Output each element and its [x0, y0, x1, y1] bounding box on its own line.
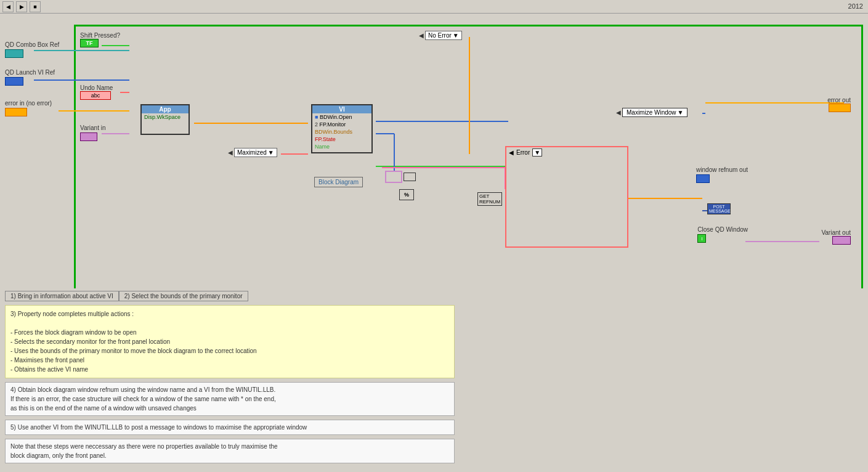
- annotation-tab-2[interactable]: 2) Select the bounds of the primary moni…: [119, 291, 248, 301]
- error-in-node: error in (no error): [5, 100, 52, 116]
- window-refnum-out-node: window refnum out: [696, 166, 748, 183]
- note-line2: block diagram, only the front panel.: [10, 451, 449, 460]
- error-case-label: Error: [516, 149, 530, 156]
- qd-launch-label: QD Launch VI Ref: [5, 69, 55, 76]
- box3-item-3: - Uses the bounds of the primary monitor…: [10, 346, 449, 356]
- annotation-boxes: 3) Property node completes multiple acti…: [5, 305, 863, 463]
- variant-out-connector: [832, 236, 851, 245]
- toolbar-btn-fwd[interactable]: ▶: [16, 1, 27, 12]
- box3-item-5: - Obtains the active VI name: [10, 365, 449, 374]
- box3-item-4: - Maximises the front panel: [10, 356, 449, 365]
- undo-name-label: Undo Name: [80, 84, 113, 91]
- variant-in-node: Variant in: [80, 124, 106, 141]
- no-error-chevron: ▼: [453, 32, 459, 39]
- small-node-2: [404, 173, 416, 181]
- toolbar: ◀ ▶ ■: [0, 0, 868, 14]
- window-refnum-label: window refnum out: [696, 166, 748, 173]
- box4-line2: If there is an error, the case structure…: [10, 394, 449, 404]
- maximized-dropdown[interactable]: ◀ Maximized ▼: [228, 148, 277, 157]
- qd-launch-vi-ref: QD Launch VI Ref: [5, 69, 55, 86]
- box3-title: 3) Property node completes multiple acti…: [10, 309, 449, 319]
- window-refnum-connector: [696, 174, 710, 183]
- annotation-box-note: Note that these steps were neccessary as…: [5, 439, 455, 463]
- error-case-dropdown[interactable]: ▼: [532, 149, 542, 157]
- app-node-title: App: [142, 105, 189, 113]
- shift-pressed-label: Shift Pressed?: [80, 32, 120, 39]
- annotation-box-3: 3) Property node completes multiple acti…: [5, 305, 455, 378]
- maximize-window-chevron: ▼: [678, 109, 684, 116]
- qd-combo-connector: [5, 49, 23, 58]
- annotation-tab-1[interactable]: 1) Bring in information about active VI: [5, 291, 119, 301]
- error-out-node: error out: [827, 97, 851, 112]
- vi-port-name: Name: [312, 143, 371, 150]
- error-in-label: error in (no error): [5, 100, 52, 107]
- variant-out-label: Variant out: [821, 229, 851, 236]
- percent-node-1: %: [399, 189, 414, 200]
- annotations-area: 1) Bring in information about active VI …: [0, 288, 868, 466]
- error-in-connector: [5, 108, 27, 116]
- vi-node[interactable]: VI ■ BDWin.Open 2 FP.Monitor BDWin.Bound…: [311, 104, 373, 153]
- no-error-arrow: ◀: [419, 32, 424, 39]
- small-node-1: [385, 171, 402, 183]
- box5-text: 5) Use another VI from the WINUTIL.LLB t…: [10, 423, 449, 432]
- maximize-window-node[interactable]: ◀ Maximize Window ▼: [616, 108, 688, 117]
- box4-line3: as this is on the end of the name of a w…: [10, 404, 449, 413]
- no-error-dropdown[interactable]: ◀ No Error ▼: [419, 31, 462, 40]
- undo-name-node: Undo Name abc: [80, 84, 113, 100]
- error-out-label: error out: [827, 97, 851, 104]
- error-case-title: ◀ Error ▼: [506, 147, 627, 158]
- maximized-chevron: ▼: [268, 149, 274, 156]
- toolbar-btn-back[interactable]: ◀: [2, 1, 14, 12]
- error-case-structure: ◀ Error ▼: [505, 146, 628, 248]
- annotation-tabs: 1) Bring in information about active VI …: [5, 291, 863, 301]
- post-message-node: POSTMESSAGE: [707, 203, 731, 214]
- maximize-window-label: Maximize Window: [627, 109, 676, 116]
- qd-launch-connector: [5, 77, 23, 86]
- variant-out-node: Variant out: [821, 229, 851, 245]
- vi-port-fp-monitor: 2 FP.Monitor: [312, 121, 371, 128]
- close-qd-window-node: Close QD Window I: [697, 226, 748, 243]
- vi-node-title: VI: [312, 105, 371, 113]
- close-qd-label: Close QD Window: [697, 226, 748, 233]
- annotation-box-4: 4) Obtain block diagram window refnum us…: [5, 382, 455, 416]
- tf-box: TF: [80, 39, 99, 47]
- block-diagram-label: Block Diagram: [314, 177, 363, 187]
- maximized-arrow: ◀: [228, 149, 233, 156]
- get-node-1: GETREFNUM: [477, 192, 502, 206]
- box3-item-2: - Selects the secondary monitor for the …: [10, 337, 449, 346]
- close-qd-connector: I: [697, 234, 706, 243]
- variant-in-connector: [80, 132, 97, 141]
- box3-item-1: - Forces the block diagram window to be …: [10, 328, 449, 337]
- undo-name-connector: abc: [80, 91, 111, 100]
- year-label: 2012: [848, 2, 863, 10]
- box4-line1: 4) Obtain block diagram window refnum us…: [10, 385, 449, 394]
- error-case-arrow: ◀: [509, 149, 514, 156]
- diagram-area: QD Combo Box Ref QD Launch VI Ref error …: [0, 14, 868, 297]
- toolbar-btn-stop[interactable]: ■: [30, 1, 41, 12]
- variant-in-label: Variant in: [80, 124, 106, 131]
- maximized-label: Maximized: [237, 149, 267, 156]
- qd-combo-label: QD Combo Box Ref: [5, 41, 59, 48]
- qd-combo-box-ref: QD Combo Box Ref: [5, 41, 59, 58]
- vi-port-bdwin-open: ■ BDWin.Open: [312, 113, 371, 121]
- outer-frame: [74, 25, 863, 294]
- app-node-port: Disp.WkSpace: [142, 113, 189, 121]
- app-node[interactable]: App Disp.WkSpace: [140, 104, 190, 135]
- maximize-window-arrow: ◀: [616, 109, 621, 116]
- maximize-window-btn[interactable]: Maximize Window ▼: [622, 108, 688, 117]
- maximized-box[interactable]: Maximized ▼: [234, 148, 277, 157]
- vi-port-bdwin-bounds: BDWin.Bounds: [312, 128, 371, 136]
- error-out-connector: [829, 104, 851, 112]
- shift-pressed-node: Shift Pressed? TF: [80, 32, 120, 47]
- no-error-box[interactable]: No Error ▼: [425, 31, 462, 40]
- annotation-box-5: 5) Use another VI from the WINUTIL.LLB t…: [5, 420, 455, 435]
- vi-port-fp-state: FP.State: [312, 136, 371, 143]
- no-error-label: No Error: [428, 32, 452, 39]
- note-line1: Note that these steps were neccessary as…: [10, 442, 449, 451]
